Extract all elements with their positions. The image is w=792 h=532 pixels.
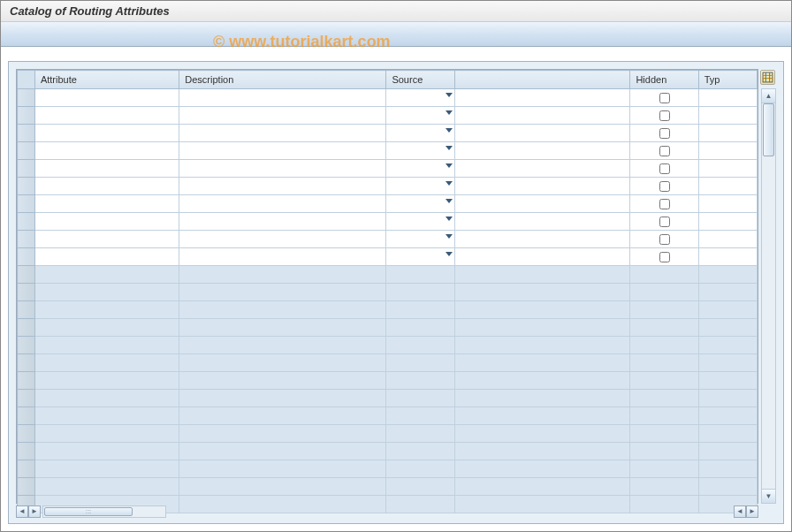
vertical-scrollbar[interactable]: ▲ ▼ — [761, 88, 776, 504]
horizontal-scrollbar[interactable]: ◄ ► ::: ◄ ► — [16, 505, 758, 518]
column-header-attribute[interactable]: Attribute — [34, 71, 179, 89]
row-selector[interactable] — [18, 407, 35, 425]
table-settings-button[interactable] — [760, 70, 775, 85]
scroll-right-button[interactable]: ► — [746, 505, 758, 518]
table-row[interactable] — [18, 89, 758, 107]
table-row[interactable] — [18, 266, 758, 284]
cell-source-ext[interactable] — [454, 213, 630, 231]
cell-attribute[interactable] — [34, 142, 179, 160]
cell-source[interactable] — [386, 160, 454, 178]
dropdown-arrow-icon[interactable] — [446, 128, 453, 133]
row-selector[interactable] — [18, 372, 35, 390]
cell-source-ext[interactable] — [454, 248, 630, 266]
scroll-left-button[interactable]: ◄ — [16, 505, 28, 518]
cell-typ[interactable] — [698, 213, 757, 231]
row-selector[interactable] — [18, 337, 35, 354]
cell-description[interactable] — [179, 248, 386, 266]
row-selector[interactable] — [18, 460, 35, 478]
column-header-typ[interactable]: Typ — [698, 71, 757, 89]
hidden-checkbox[interactable] — [659, 217, 670, 227]
column-header-source[interactable]: Source — [386, 71, 454, 89]
table-row[interactable] — [18, 390, 758, 407]
scroll-right-step-button[interactable]: ► — [28, 505, 41, 518]
row-selector[interactable] — [18, 160, 35, 178]
cell-source[interactable] — [386, 125, 454, 142]
row-selector[interactable] — [18, 213, 35, 231]
row-selector[interactable] — [18, 178, 35, 195]
cell-typ[interactable] — [698, 125, 757, 142]
cell-typ[interactable] — [698, 89, 757, 107]
scroll-up-button[interactable]: ▲ — [762, 89, 775, 103]
column-header-hidden[interactable]: Hidden — [630, 71, 698, 89]
cell-source[interactable] — [386, 89, 454, 107]
cell-source-ext[interactable] — [454, 142, 630, 160]
dropdown-arrow-icon[interactable] — [446, 181, 453, 186]
cell-source[interactable] — [386, 195, 454, 213]
row-selector[interactable] — [18, 266, 35, 284]
cell-hidden[interactable] — [630, 178, 698, 195]
cell-description[interactable] — [179, 213, 386, 231]
table-row[interactable] — [18, 178, 758, 195]
cell-source-ext[interactable] — [454, 231, 630, 248]
cell-hidden[interactable] — [630, 125, 698, 142]
cell-source[interactable] — [386, 231, 454, 248]
table-row[interactable] — [18, 354, 758, 372]
row-selector[interactable] — [18, 248, 35, 266]
cell-description[interactable] — [179, 125, 386, 142]
row-selector[interactable] — [18, 89, 35, 107]
table-row[interactable] — [18, 478, 758, 496]
row-selector[interactable] — [18, 142, 35, 160]
row-selector-header[interactable] — [18, 71, 35, 89]
column-header-description[interactable]: Description — [179, 71, 386, 89]
row-selector[interactable] — [18, 231, 35, 248]
cell-hidden[interactable] — [630, 89, 698, 107]
cell-source[interactable] — [386, 248, 454, 266]
cell-attribute[interactable] — [34, 195, 179, 213]
hidden-checkbox[interactable] — [659, 252, 670, 262]
row-selector[interactable] — [18, 425, 35, 443]
row-selector[interactable] — [18, 195, 35, 213]
cell-typ[interactable] — [698, 231, 757, 248]
cell-typ[interactable] — [698, 142, 757, 160]
hidden-checkbox[interactable] — [659, 110, 670, 121]
hscroll-thumb[interactable]: ::: — [44, 507, 133, 516]
cell-hidden[interactable] — [630, 213, 698, 231]
cell-attribute[interactable] — [34, 89, 179, 107]
cell-description[interactable] — [179, 142, 386, 160]
table-row[interactable] — [18, 231, 758, 248]
cell-description[interactable] — [179, 107, 386, 125]
table-row[interactable] — [18, 301, 758, 319]
cell-attribute[interactable] — [34, 213, 179, 231]
table-row[interactable] — [18, 125, 758, 142]
cell-typ[interactable] — [698, 160, 757, 178]
dropdown-arrow-icon[interactable] — [446, 234, 453, 239]
hidden-checkbox[interactable] — [659, 234, 670, 245]
cell-source-ext[interactable] — [454, 178, 630, 195]
cell-hidden[interactable] — [630, 231, 698, 248]
cell-description[interactable] — [179, 178, 386, 195]
cell-attribute[interactable] — [34, 107, 179, 125]
hidden-checkbox[interactable] — [659, 93, 670, 103]
column-header-source-ext[interactable] — [454, 71, 630, 89]
cell-attribute[interactable] — [34, 178, 179, 195]
hidden-checkbox[interactable] — [659, 199, 670, 209]
table-row[interactable] — [18, 284, 758, 301]
dropdown-arrow-icon[interactable] — [446, 110, 453, 115]
cell-source-ext[interactable] — [454, 107, 630, 125]
cell-typ[interactable] — [698, 195, 757, 213]
table-row[interactable] — [18, 337, 758, 354]
hscroll-track-left[interactable]: ::: — [42, 505, 166, 518]
cell-source-ext[interactable] — [454, 125, 630, 142]
cell-source[interactable] — [386, 142, 454, 160]
dropdown-arrow-icon[interactable] — [446, 146, 453, 150]
cell-hidden[interactable] — [630, 142, 698, 160]
routing-attributes-table[interactable]: Attribute Description Source Hidden Typ — [17, 70, 758, 513]
cell-hidden[interactable] — [630, 107, 698, 125]
table-row[interactable] — [18, 195, 758, 213]
cell-source-ext[interactable] — [454, 195, 630, 213]
cell-description[interactable] — [179, 195, 386, 213]
hidden-checkbox[interactable] — [659, 163, 670, 174]
row-selector[interactable] — [18, 478, 35, 496]
row-selector[interactable] — [18, 319, 35, 337]
table-row[interactable] — [18, 107, 758, 125]
